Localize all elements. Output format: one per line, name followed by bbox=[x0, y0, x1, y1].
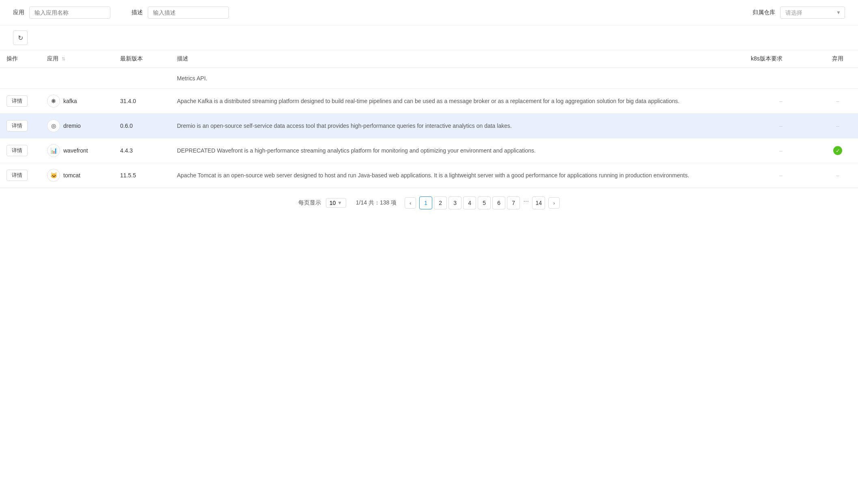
k8s-cell: – bbox=[744, 138, 817, 163]
table-body: Metrics API.详情❋kafka31.4.0Apache Kafka i… bbox=[0, 68, 858, 188]
desc-cell: Apache Kafka is a distributed streaming … bbox=[170, 89, 744, 114]
page-ellipsis: … bbox=[522, 196, 530, 209]
app-icon: ❋ bbox=[47, 95, 60, 108]
desc-cell: Apache Tomcat is an open-source web serv… bbox=[170, 163, 744, 188]
app-name: kafka bbox=[63, 98, 77, 104]
table-row: 详情◎dremio0.6.0Dremio is an open-source s… bbox=[0, 114, 858, 138]
op-cell: 详情 bbox=[0, 89, 41, 114]
version-cell bbox=[114, 68, 170, 89]
app-name: tomcat bbox=[63, 172, 80, 179]
repo-filter-select[interactable]: 请选择 bbox=[780, 6, 845, 19]
page-last-button[interactable]: 14 bbox=[532, 196, 545, 209]
app-icon: ◎ bbox=[47, 119, 60, 132]
detail-button[interactable]: 详情 bbox=[6, 120, 28, 131]
col-header-op: 操作 bbox=[0, 50, 41, 68]
app-cell: ❋kafka bbox=[41, 89, 114, 114]
app-cell: 📊wavefront bbox=[41, 138, 114, 163]
app-filter-input[interactable] bbox=[29, 6, 110, 19]
page-size-select[interactable]: 10 20 50 bbox=[326, 198, 346, 208]
app-name: wavefront bbox=[63, 147, 88, 154]
app-cell: 🐱tomcat bbox=[41, 163, 114, 188]
k8s-cell bbox=[744, 68, 817, 89]
detail-button[interactable]: 详情 bbox=[6, 145, 28, 156]
k8s-cell: – bbox=[744, 114, 817, 138]
op-cell bbox=[0, 68, 41, 89]
pagination-bar: 每页显示 10 20 50 ▼ 1/14 共：138 项 ‹ 1234567…1… bbox=[0, 188, 858, 218]
version-cell: 31.4.0 bbox=[114, 89, 170, 114]
desc-filter-label: 描述 bbox=[132, 9, 143, 16]
toolbar: ↻ bbox=[0, 26, 858, 50]
table-row: 详情📊wavefront4.4.3DEPRECATED Wavefront is… bbox=[0, 138, 858, 163]
page-number-button[interactable]: 5 bbox=[478, 196, 491, 209]
app-icon: 🐱 bbox=[47, 169, 60, 182]
repo-select-wrapper: 请选择 ▼ bbox=[780, 6, 845, 19]
app-cell bbox=[41, 68, 114, 89]
page-number-button[interactable]: 7 bbox=[507, 196, 520, 209]
desc-filter-input[interactable] bbox=[148, 6, 229, 19]
page-buttons: 1234567…14 bbox=[419, 196, 545, 209]
apps-table: 操作 应用 ⇅ 最新版本 描述 k8s版本要求 弃用 bbox=[0, 50, 858, 188]
op-cell: 详情 bbox=[0, 138, 41, 163]
refresh-icon: ↻ bbox=[18, 34, 23, 42]
per-page-label: 每页显示 bbox=[298, 199, 321, 207]
deprecated-cell: – bbox=[817, 163, 858, 188]
page-size-select-wrapper: 10 20 50 ▼ bbox=[326, 198, 346, 208]
col-header-deprecated: 弃用 bbox=[817, 50, 858, 68]
desc-cell: DEPRECATED Wavefront is a high-performan… bbox=[170, 138, 744, 163]
deprecated-cell: – bbox=[817, 114, 858, 138]
app-cell: ◎dremio bbox=[41, 114, 114, 138]
version-cell: 4.4.3 bbox=[114, 138, 170, 163]
page-info: 1/14 共：138 项 bbox=[356, 199, 397, 207]
sort-icon: ⇅ bbox=[62, 56, 65, 62]
detail-button[interactable]: 详情 bbox=[6, 170, 28, 181]
prev-icon: ‹ bbox=[410, 200, 411, 206]
col-header-k8s: k8s版本要求 bbox=[744, 50, 817, 68]
app-filter-label: 应用 bbox=[13, 9, 24, 16]
table-row: 详情❋kafka31.4.0Apache Kafka is a distribu… bbox=[0, 89, 858, 114]
page-number-button[interactable]: 1 bbox=[419, 196, 432, 209]
page-number-button[interactable]: 4 bbox=[463, 196, 476, 209]
repo-filter-label: 归属仓库 bbox=[752, 9, 775, 16]
app-icon: 📊 bbox=[47, 144, 60, 157]
col-header-app[interactable]: 应用 ⇅ bbox=[41, 50, 114, 68]
op-cell: 详情 bbox=[0, 114, 41, 138]
table-row: 详情🐱tomcat11.5.5Apache Tomcat is an open-… bbox=[0, 163, 858, 188]
filter-bar: 应用 描述 归属仓库 请选择 ▼ bbox=[0, 0, 858, 26]
desc-cell: Metrics API. bbox=[170, 68, 744, 89]
table-row: Metrics API. bbox=[0, 68, 858, 89]
k8s-cell: – bbox=[744, 163, 817, 188]
app-name: dremio bbox=[63, 123, 81, 129]
refresh-button[interactable]: ↻ bbox=[13, 30, 28, 45]
version-cell: 0.6.0 bbox=[114, 114, 170, 138]
check-icon: ✓ bbox=[833, 146, 842, 155]
version-cell: 11.5.5 bbox=[114, 163, 170, 188]
page-number-button[interactable]: 3 bbox=[448, 196, 461, 209]
page-number-button[interactable]: 6 bbox=[492, 196, 505, 209]
table-wrapper: 操作 应用 ⇅ 最新版本 描述 k8s版本要求 弃用 bbox=[0, 50, 858, 188]
col-header-desc: 描述 bbox=[170, 50, 744, 68]
deprecated-cell: – bbox=[817, 89, 858, 114]
table-header-row: 操作 应用 ⇅ 最新版本 描述 k8s版本要求 弃用 bbox=[0, 50, 858, 68]
next-icon: › bbox=[553, 200, 555, 206]
deprecated-cell: ✓ bbox=[817, 138, 858, 163]
k8s-cell: – bbox=[744, 89, 817, 114]
op-cell: 详情 bbox=[0, 163, 41, 188]
col-header-version: 最新版本 bbox=[114, 50, 170, 68]
deprecated-cell bbox=[817, 68, 858, 89]
desc-cell: Dremio is an open-source self-service da… bbox=[170, 114, 744, 138]
page-number-button[interactable]: 2 bbox=[434, 196, 447, 209]
prev-page-button[interactable]: ‹ bbox=[405, 197, 416, 209]
detail-button[interactable]: 详情 bbox=[6, 95, 28, 107]
next-page-button[interactable]: › bbox=[548, 197, 560, 209]
